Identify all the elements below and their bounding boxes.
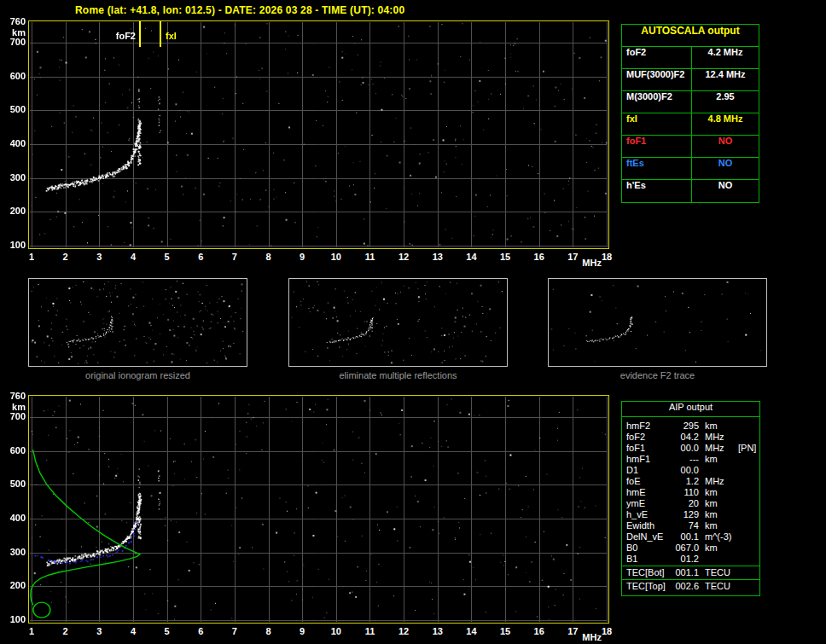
y-tick-label: 200 xyxy=(2,206,26,216)
aip-row-value: 067.0 xyxy=(666,542,699,554)
autoscala-row-value: 4.8 MHz xyxy=(692,113,759,135)
aip-row-unit: km xyxy=(699,487,738,498)
x-tick-label: 8 xyxy=(260,252,277,262)
x-tick-label: 7 xyxy=(226,626,243,636)
aip-table-row: hmF2295km xyxy=(622,421,759,432)
aip-table-row: h_vE129km xyxy=(622,509,759,520)
autoscala-row-label: foF2 xyxy=(622,47,692,68)
x-tick-label: 5 xyxy=(159,252,176,262)
aip-row-value: 295 xyxy=(666,421,699,432)
autoscala-row-value: NO xyxy=(692,136,759,157)
y-tick-label: 700 xyxy=(2,37,26,47)
x-tick-label: 3 xyxy=(90,252,108,262)
aip-table-separator xyxy=(622,566,759,566)
autoscala-row-value: 12.4 MHz xyxy=(692,69,759,90)
thumb-eliminate-reflections-canvas xyxy=(289,279,507,366)
autoscala-row-value: NO xyxy=(692,180,759,202)
aip-table-body: hmF2295kmfoF204.2MHzfoF100.0MHz[PN]hmF1-… xyxy=(622,421,759,592)
aip-row-label: hmF2 xyxy=(622,421,666,432)
x-tick-label: 16 xyxy=(531,252,548,262)
aip-table-row: DelN_vE00.1m^(-3) xyxy=(622,531,759,542)
autoscala-row-value: NO xyxy=(692,158,759,179)
aip-table-row: hmE110km xyxy=(622,487,759,498)
aip-row-label: DelN_vE xyxy=(622,531,666,542)
aip-row-value: 20 xyxy=(666,498,699,509)
autoscala-row-label: ftEs xyxy=(622,158,692,179)
x-tick-label: 14 xyxy=(462,252,480,262)
x-tick-label: 6 xyxy=(192,626,209,636)
x-tick-label: 11 xyxy=(361,626,378,636)
y-axis-unit: km xyxy=(2,402,26,412)
aip-table-row: D100.0 xyxy=(622,465,759,476)
autoscala-screen: Rome (lat: +41.8, lon: 012.5) - DATE: 20… xyxy=(0,0,826,644)
aip-row-extra xyxy=(738,581,759,592)
aip-row-value: 04.2 xyxy=(666,432,699,443)
x-axis-unit: MHz xyxy=(582,632,602,642)
aip-output-table: AIP output hmF2295kmfoF204.2MHzfoF100.0M… xyxy=(621,401,760,596)
aip-table-row: ymE20km xyxy=(622,498,759,509)
fxi-marker-label: fxI xyxy=(166,31,177,41)
thumb-original-ionogram-canvas xyxy=(29,279,247,366)
fof2-marker-line xyxy=(139,21,141,47)
aip-row-extra xyxy=(738,509,759,520)
thumb-caption-evidence: evidence F2 trace xyxy=(548,370,767,380)
aip-table-row: TEC[Bot]001.1TECU xyxy=(622,567,759,578)
thumb-caption-eliminate: eliminate multiple reflections xyxy=(288,370,508,380)
aip-row-unit: TECU xyxy=(699,567,738,578)
aip-table-row: foF204.2MHz xyxy=(622,432,759,443)
top-ionogram-panel: foF2fxI xyxy=(28,20,609,249)
aip-row-label: TEC[Bot] xyxy=(622,567,666,578)
autoscala-table-body: foF24.2 MHzMUF(3000)F212.4 MHzM(3000)F22… xyxy=(622,47,759,202)
x-tick-label: 15 xyxy=(497,252,514,262)
autoscala-row-label: M(3000)F2 xyxy=(622,91,692,113)
x-tick-label: 7 xyxy=(226,252,243,262)
aip-row-unit: TECU xyxy=(699,581,738,592)
autoscala-row-label: MUF(3000)F2 xyxy=(622,69,692,90)
aip-row-extra xyxy=(738,554,759,565)
aip-row-unit: km xyxy=(699,520,738,531)
aip-row-extra xyxy=(738,432,759,443)
aip-table-title: AIP output xyxy=(622,402,759,417)
aip-row-value: 74 xyxy=(666,520,699,531)
aip-row-value: 00.0 xyxy=(666,465,699,476)
x-tick-label: 1 xyxy=(23,252,40,262)
autoscala-table-row: foF1NO xyxy=(622,136,759,158)
aip-row-label: B0 xyxy=(622,542,666,554)
aip-row-unit: MHz xyxy=(699,432,738,443)
y-axis-unit: km xyxy=(2,27,26,38)
x-tick-label: 10 xyxy=(328,626,345,636)
aip-row-label: ymE xyxy=(622,498,666,509)
x-axis-unit: MHz xyxy=(582,258,602,268)
autoscala-table-row: fxI4.8 MHz xyxy=(622,113,759,136)
aip-row-label: foF2 xyxy=(622,432,666,443)
thumb-evidence-f2-canvas xyxy=(549,279,766,366)
autoscala-row-label: foF1 xyxy=(622,136,692,157)
aip-table-separator xyxy=(622,579,759,580)
aip-row-unit: m^(-3) xyxy=(699,531,738,542)
aip-row-label: Ewidth xyxy=(622,520,666,531)
x-tick-label: 2 xyxy=(57,626,74,636)
aip-row-unit: MHz xyxy=(699,443,738,454)
aip-row-label: foE xyxy=(622,476,666,487)
aip-row-value: 00.0 xyxy=(666,443,699,454)
autoscala-row-value: 2.95 xyxy=(692,91,759,113)
y-tick-label: 400 xyxy=(2,138,26,148)
aip-row-value: 110 xyxy=(666,487,699,498)
aip-row-extra xyxy=(738,476,759,487)
x-tick-label: 4 xyxy=(125,252,142,262)
thumb-eliminate-reflections xyxy=(288,278,508,367)
aip-row-extra xyxy=(738,567,759,578)
x-tick-label: 9 xyxy=(294,626,311,636)
aip-table-row: B101.2 xyxy=(622,554,759,565)
y-tick-label: 500 xyxy=(2,479,26,489)
fxi-marker-line xyxy=(160,21,161,47)
aip-row-extra xyxy=(738,421,759,432)
aip-row-value: 1.2 xyxy=(666,476,699,487)
x-tick-label: 14 xyxy=(462,626,480,636)
y-tick-label: 300 xyxy=(2,547,26,557)
y-tick-label: 300 xyxy=(2,172,26,183)
aip-row-unit: km xyxy=(699,454,738,465)
aip-row-extra xyxy=(738,498,759,509)
x-tick-label: 9 xyxy=(294,252,311,262)
autoscala-table-row: MUF(3000)F212.4 MHz xyxy=(622,69,759,91)
